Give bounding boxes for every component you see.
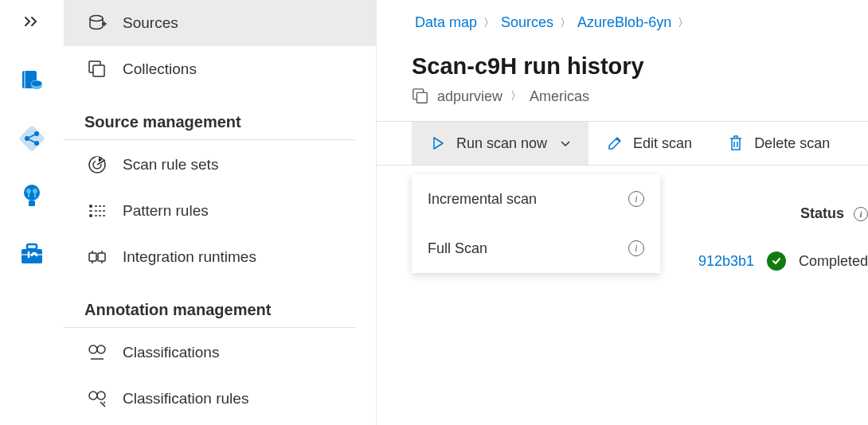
icon-rail: [0, 0, 64, 425]
info-icon[interactable]: i: [628, 191, 644, 207]
sidebar-item-label: Integration runtimes: [123, 248, 256, 266]
sidebar-item-classification-rules[interactable]: Classification rules: [64, 376, 376, 422]
sidebar-section-header: Annotation management: [64, 280, 355, 328]
table-header: Status i: [800, 205, 868, 222]
sidebar-item-label: Classification rules: [123, 390, 248, 407]
toolbox-icon: [19, 241, 45, 265]
rail-catalog-icon[interactable]: [18, 67, 46, 96]
pencil-icon: [606, 135, 624, 152]
breadcrumb-link[interactable]: AzureBlob-6yn: [577, 14, 671, 31]
chevron-right-double-icon: [24, 16, 40, 27]
sidebar-item-label: Classifications: [123, 344, 219, 361]
svg-rect-25: [98, 253, 105, 261]
status-column-header: Status: [800, 205, 844, 222]
svg-point-23: [89, 214, 92, 217]
lightbulb-icon: [21, 183, 43, 209]
chevron-right-icon: 〉: [678, 16, 689, 30]
collection-path-child: Americas: [530, 88, 589, 105]
sidebar-item-integration-runtimes[interactable]: Integration runtimes: [64, 234, 376, 280]
collapse-sidebar-button[interactable]: [21, 13, 43, 33]
collections-icon: [412, 88, 429, 105]
dropdown-item-label: Full Scan: [428, 240, 487, 257]
edit-scan-button[interactable]: Edit scan: [588, 122, 710, 165]
table-row: 912b3b1 Completed: [698, 251, 868, 271]
sidebar-item-pattern-rules[interactable]: Pattern rules: [64, 188, 376, 234]
sidebar-item-label: Sources: [123, 14, 178, 32]
page-title: Scan-c9H run history: [377, 31, 868, 80]
classifications-icon: [88, 343, 107, 362]
collections-icon: [88, 60, 107, 79]
svg-rect-31: [416, 92, 427, 103]
diamond-map-icon: [18, 125, 45, 152]
toolbar-button-label: Run scan now: [456, 135, 547, 152]
main-content: Data map 〉 Sources 〉 AzureBlob-6yn 〉 Sca…: [377, 0, 868, 425]
svg-rect-1: [24, 71, 25, 88]
toolbar-button-label: Delete scan: [754, 135, 830, 152]
info-icon[interactable]: i: [854, 207, 868, 221]
svg-rect-5: [18, 125, 45, 152]
collection-path: adpurview 〉 Americas: [377, 80, 868, 105]
svg-point-22: [89, 205, 92, 208]
toolbar-button-label: Edit scan: [633, 135, 692, 152]
breadcrumb-link[interactable]: Data map: [415, 14, 477, 31]
sidebar: Sources Collections Source management Sc…: [64, 0, 377, 425]
classification-rules-icon: [88, 389, 107, 408]
trash-icon: [727, 135, 745, 152]
collection-path-root: adpurview: [437, 88, 502, 105]
svg-point-9: [24, 185, 40, 201]
breadcrumb-link[interactable]: Sources: [501, 14, 553, 31]
database-book-icon: [19, 68, 45, 94]
database-icon: [88, 14, 107, 33]
run-scan-dropdown: Incremental scan i Full Scan i: [412, 174, 660, 273]
rail-management-icon[interactable]: [18, 239, 46, 267]
runtime-icon: [88, 248, 107, 267]
toolbar: Run scan now Edit scan Delete scan: [377, 121, 868, 166]
sidebar-item-collections[interactable]: Collections: [64, 46, 376, 92]
check-circle-icon: [767, 251, 786, 271]
rail-insights-icon[interactable]: [18, 181, 46, 210]
chevron-right-icon: 〉: [510, 89, 522, 103]
svg-point-27: [97, 345, 105, 353]
status-value: Completed: [799, 253, 868, 270]
svg-rect-18: [93, 65, 104, 76]
chevron-down-icon: [560, 135, 571, 152]
delete-scan-button[interactable]: Delete scan: [710, 122, 847, 165]
sidebar-item-scan-rule-sets[interactable]: Scan rule sets: [64, 142, 376, 188]
sidebar-item-label: Scan rule sets: [123, 156, 218, 174]
breadcrumb: Data map 〉 Sources 〉 AzureBlob-6yn 〉: [377, 0, 868, 31]
svg-point-16: [90, 16, 103, 21]
sidebar-item-label: Pattern rules: [123, 202, 209, 220]
svg-rect-24: [89, 253, 96, 261]
dropdown-item-incremental-scan[interactable]: Incremental scan i: [412, 174, 660, 224]
chevron-right-icon: 〉: [483, 16, 495, 30]
svg-point-29: [97, 392, 105, 400]
pattern-icon: [88, 201, 107, 220]
sidebar-item-classifications[interactable]: Classifications: [64, 329, 376, 376]
info-icon[interactable]: i: [628, 240, 644, 256]
rail-map-icon[interactable]: [18, 124, 46, 153]
run-id-link[interactable]: 912b3b1: [698, 253, 754, 270]
svg-point-26: [89, 345, 97, 353]
run-scan-now-button[interactable]: Run scan now: [412, 122, 588, 165]
dropdown-item-label: Incremental scan: [428, 191, 537, 208]
svg-rect-12: [29, 201, 35, 206]
svg-rect-14: [27, 244, 37, 249]
dropdown-item-full-scan[interactable]: Full Scan i: [412, 224, 660, 273]
chevron-right-icon: 〉: [560, 16, 571, 30]
svg-point-28: [89, 392, 97, 400]
play-icon: [429, 135, 447, 152]
radar-icon: [88, 155, 107, 174]
sidebar-item-sources[interactable]: Sources: [64, 0, 376, 46]
sidebar-section-header: Source management: [64, 92, 355, 140]
sidebar-item-label: Collections: [123, 60, 197, 78]
